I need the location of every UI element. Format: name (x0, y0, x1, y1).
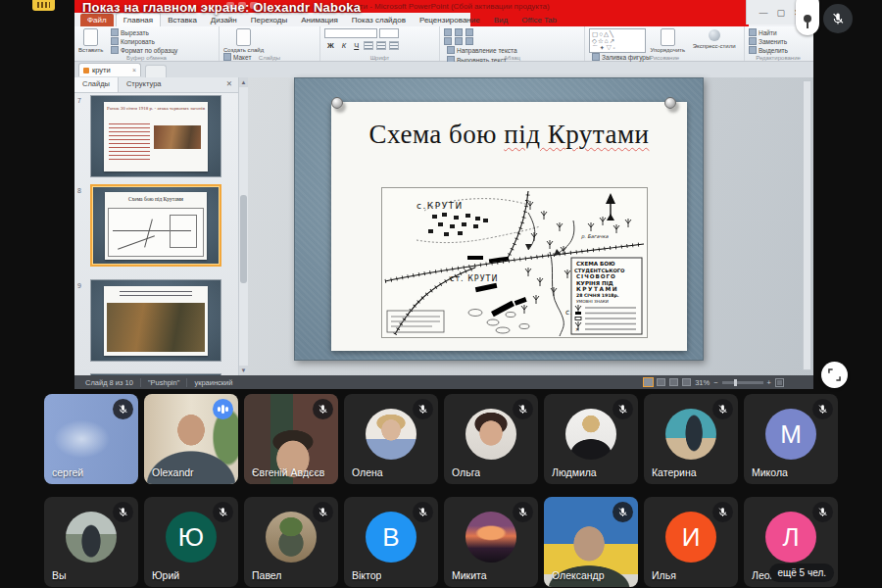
tab-file[interactable]: Файл (80, 14, 114, 26)
expand-view-button[interactable] (821, 362, 848, 388)
more-people-badge[interactable]: ещё 5 чел. (769, 564, 834, 582)
normal-view-icon[interactable] (644, 378, 653, 386)
participant-tile[interactable]: Ю Юрий (144, 497, 238, 587)
document-tab-close-icon[interactable]: × (132, 67, 136, 74)
align-center-icon[interactable] (455, 37, 463, 45)
participant-tile[interactable]: Микита (444, 497, 538, 587)
indent-icon[interactable] (466, 28, 473, 36)
tab-transitions[interactable]: Переходы (244, 14, 295, 26)
slide-title[interactable]: Схема бою під Крутами (331, 120, 687, 150)
panel-tab-outline[interactable]: Структура (119, 77, 170, 92)
participant-tile[interactable]: Євгеній Авдєєв (244, 394, 338, 484)
font-color-icon[interactable] (389, 41, 399, 50)
tab-view[interactable]: Вид (487, 14, 514, 26)
participant-tile[interactable]: Катерина (644, 394, 738, 484)
participant-tile[interactable]: сергей (44, 394, 138, 484)
participant-tile[interactable]: M Микола (744, 394, 838, 484)
canvas-scrollbar[interactable] (803, 80, 811, 370)
italic-button[interactable]: К (339, 40, 349, 51)
participant-tile[interactable]: Павел (244, 497, 338, 587)
scroll-up-icon[interactable]: ▲ (239, 77, 248, 87)
tab-officetab[interactable]: Office Tab (514, 14, 564, 26)
mic-muted-icon (712, 399, 733, 419)
participant-tile[interactable]: Л Леоні ещё 5 чел. (744, 497, 838, 587)
slideshow-view-icon[interactable] (682, 378, 691, 386)
panel-tab-slides[interactable]: Слайды (74, 77, 119, 92)
legend-subtitle: УМОВНІ ЗНАКИ (576, 299, 609, 304)
slide-thumbnail-9[interactable] (90, 279, 221, 362)
participant-tile[interactable]: Олена (344, 394, 438, 484)
fit-to-window-icon[interactable] (775, 378, 784, 387)
bullets-icon[interactable] (444, 28, 452, 36)
drawing-group-label: Рисование (585, 55, 744, 61)
self-mic-muted-button[interactable] (823, 4, 853, 33)
ribbon-group-font: Ж К Ч Шрифт (320, 26, 440, 61)
paste-button[interactable]: Вставить (78, 28, 103, 53)
format-painter-button[interactable]: Формат по образцу (111, 46, 177, 54)
quick-styles-icon (709, 29, 720, 41)
mic-muted-icon (213, 502, 233, 522)
slide-canvas[interactable]: Схема бою під Крутами с.КРУТИ (248, 77, 813, 375)
document-tab[interactable]: крути × (78, 63, 141, 76)
slide-thumbnail-8-selected[interactable]: Схема бою під Крутами (90, 184, 221, 267)
text-shadow-icon[interactable] (364, 41, 373, 50)
pin-button[interactable] (796, 0, 819, 35)
reading-view-icon[interactable] (669, 378, 678, 386)
tab-slideshow[interactable]: Показ слайдов (345, 14, 413, 26)
arrange-button[interactable]: Упорядочить (650, 28, 685, 53)
participant-tile[interactable]: Ольга (444, 394, 538, 484)
participant-tile[interactable]: B Віктор (344, 497, 438, 587)
cut-button[interactable]: Вырезать (111, 28, 177, 36)
thumb9-text-lines (120, 291, 192, 299)
battle-map-image[interactable]: с.КРУТИ (381, 187, 648, 338)
panel-close-icon[interactable]: ✕ (220, 77, 238, 92)
mic-muted-icon (313, 399, 333, 419)
strikethrough-icon[interactable] (376, 41, 386, 50)
align-right-icon[interactable] (466, 37, 473, 45)
participant-tile[interactable]: Вы (44, 497, 138, 587)
participant-tile[interactable]: Olexandr (144, 394, 238, 484)
bold-button[interactable]: Ж (324, 40, 337, 51)
tab-home[interactable]: Главная (116, 13, 161, 26)
participant-tile[interactable]: Людмила (544, 394, 638, 484)
minimize-button[interactable]: — (759, 8, 767, 18)
slide-thumbnail-7[interactable]: Ранок 30 січня 1918 р. - атака червоних … (90, 95, 221, 177)
zoom-in-icon[interactable]: + (767, 378, 771, 387)
select-button[interactable]: Выделить (749, 46, 788, 54)
quick-styles-button[interactable]: Экспресс-стили (693, 28, 736, 49)
current-slide[interactable]: Схема бою під Крутами с.КРУТИ (294, 77, 704, 361)
scrollbar-thumb[interactable] (240, 195, 247, 283)
text-direction-button[interactable]: Направление текста (447, 46, 534, 54)
ribbon-tabs: Файл Главная Вставка Дизайн Переходы Ани… (80, 13, 564, 26)
status-language[interactable]: украинский (187, 378, 239, 387)
panel-scrollbar[interactable]: ▲ ▼ (238, 77, 248, 375)
scroll-down-icon[interactable]: ▼ (239, 366, 248, 375)
numbering-icon[interactable] (455, 28, 463, 36)
tab-review[interactable]: Рецензирование (413, 14, 487, 26)
align-left-icon[interactable] (444, 37, 452, 45)
slide-number: 9 (77, 282, 81, 289)
tab-insert[interactable]: Вставка (161, 14, 204, 26)
map-river-label: р. Багачка (581, 233, 610, 240)
map-station-label: ст. КРУТИ (450, 274, 498, 283)
tab-design[interactable]: Дизайн (204, 14, 244, 26)
zoom-out-icon[interactable]: − (713, 378, 717, 387)
font-name-box[interactable] (324, 28, 377, 38)
slide-sorter-view-icon[interactable] (657, 378, 665, 386)
thumb-paper: Ранок 30 січня 1918 р. - атака червоних … (104, 102, 208, 172)
find-button[interactable]: Найти (749, 28, 788, 36)
new-document-tab[interactable] (145, 65, 167, 77)
tab-animations[interactable]: Анимация (294, 14, 345, 26)
zoom-slider-thumb[interactable] (734, 379, 737, 386)
replace-button[interactable]: Заменить (749, 37, 788, 45)
participant-tile[interactable]: Олександр (544, 497, 638, 587)
shapes-gallery[interactable]: ▢○△╲◇☆⌂↗⌒✦▽◦ (589, 28, 646, 53)
slide-number: 8 (77, 187, 81, 194)
font-size-box[interactable] (379, 28, 399, 38)
restore-button[interactable]: ▢ (776, 8, 785, 18)
new-slide-button[interactable]: Создать слайд (223, 28, 264, 53)
zoom-slider[interactable] (722, 381, 763, 384)
underline-button[interactable]: Ч (351, 40, 362, 51)
participant-tile[interactable]: И Илья (644, 497, 738, 587)
copy-button[interactable]: Копировать (111, 37, 177, 45)
